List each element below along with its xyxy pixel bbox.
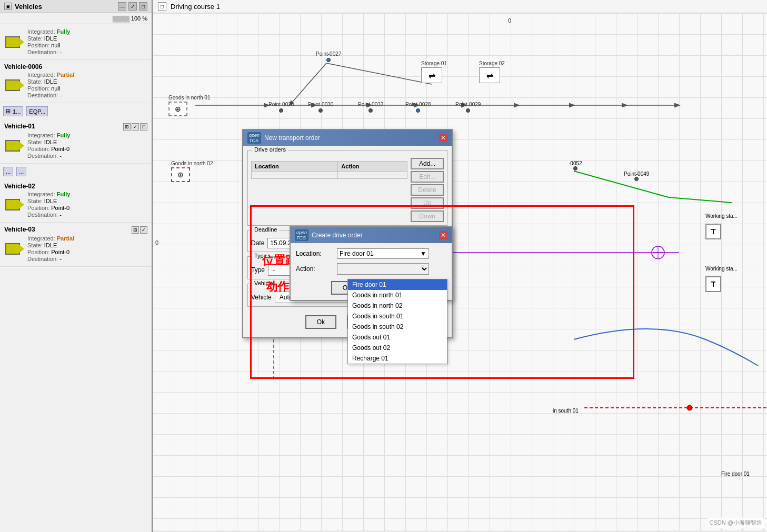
vehicle-status-row: Integrated: Fully State: IDLE Position: … [4,191,147,218]
node-point-0030: Point-0030 [308,102,333,113]
sidebar-expand-btn[interactable]: □ [139,2,147,11]
vehicle-icon [4,35,25,49]
canvas-area: □ Driving course 1 [153,0,767,532]
create-drive-action-row: Action: [296,263,446,275]
up-btn[interactable]: Up [411,197,444,209]
node-in-south-01: in south 01 [553,408,579,414]
vehicle-header-controls: ⊞ ✓ [132,226,147,234]
type-label: Type [251,266,265,274]
location-label: Location: [296,250,333,257]
sidebar-item-dots2[interactable]: ... [16,167,26,176]
location-selected-value: Fire door 01 [340,250,374,257]
drive-orders-container: Location Action [251,158,444,222]
vehicle-item: Vehicle-01 ⊞ ✓ □ Integr [0,119,152,164]
svg-line-15 [669,197,732,203]
dropdown-item-goods-south-01[interactable]: Goods in south 01 [348,311,447,322]
type-title: Type [252,253,269,259]
location-dropdown-trigger[interactable]: Fire door 01 ▼ [337,248,429,259]
dropdown-item-goods-north-01[interactable]: Goods in north 01 [348,290,447,300]
transport-ok-btn[interactable]: Ok [305,315,336,329]
edit-btn[interactable]: Edit... [411,171,444,183]
sidebar-item-1[interactable]: ⊞ 1... [3,106,23,116]
dropdown-item-fire-door-01[interactable]: Fire door 01 [348,279,447,290]
vehicle-item: Vehicle-0006 Integrated: Partial State: … [0,60,152,103]
vehicle-list: Integrated: Fully State: IDLE Position: … [0,24,152,532]
vehicle-header-controls: ⊞ ✓ □ [123,123,147,131]
vehicle-item: Integrated: Fully State: IDLE Position: … [0,24,152,60]
sidebar-extra-label: EQP... [29,108,45,115]
dropdown-item-goods-out-01[interactable]: Goods out 01 [348,332,447,343]
sidebar: ▣ Vehicles — ✓ □ ▓▓▓▓ 100 % [0,0,153,532]
node-point-0029: Point-0029 [455,102,481,113]
svg-point-17 [652,246,664,259]
add-btn[interactable]: Add... [411,158,444,169]
col-action: Action [338,162,407,172]
vehicle-status-row: Integrated: Fully State: IDLE Position: … [4,132,147,159]
node-point-0052: -0052 [569,160,582,170]
working-station-label-1: Working sta... [705,213,738,219]
vehicle-details: Integrated: Fully State: IDLE Position: … [27,132,70,159]
action-select[interactable] [337,263,429,275]
drive-orders-table: Location Action [251,161,407,179]
down-btn[interactable]: Down [411,210,444,222]
svg-line-14 [574,171,669,197]
vehicle-icon [4,78,25,93]
dropdown-item-goods-south-02[interactable]: Goods in south 02 [348,322,447,332]
sidebar-settings-btn[interactable]: ✓ [128,2,137,11]
vehicle-section-title: Vehicle [252,280,275,286]
transport-dialog-close-btn[interactable]: ✕ [439,134,447,142]
vehicle-status-row: Integrated: Partial State: IDLE Position… [4,235,147,262]
node-point-0049: Point-0049 [624,171,649,181]
sidebar-item-eqp[interactable]: EQP... [26,106,48,116]
sidebar-icon: ▣ [4,3,12,10]
create-drive-dialog-titlebar: openTCS Create drive order ✕ [291,227,452,243]
working-station-icon-2: T [705,276,721,292]
vehicle-icon-badge: ⊞ [123,123,131,131]
transport-dialog-title-left: openTCS New transport order [247,132,320,144]
vehicle-icon [4,138,25,153]
date-label: Date [251,239,264,247]
sidebar-minimize-btn[interactable]: — [118,2,126,11]
working-station-icon-1: T [705,224,721,239]
col-location: Location [252,162,338,172]
node-point-0027: Point-0027 [316,51,341,62]
sidebar-extra-icon: ⊞ [6,108,11,115]
node-fire-door-01-bottom: Fire door 01 [721,471,750,477]
vehicle-item: Vehicle-03 ⊞ ✓ Integrated: Partial [0,223,152,267]
create-drive-close-btn[interactable]: ✕ [439,231,447,239]
node-point-0026: Point-0026 [268,102,294,113]
deadline-title: Deadline [252,226,279,233]
transport-dialog-title: New transport order [264,134,320,142]
sidebar-extras: ⊞ 1... EQP... [0,103,152,119]
drive-orders-buttons: Add... Edit... Delete Up Down [411,158,444,222]
svg-line-0 [290,63,326,105]
sidebar-item-dots[interactable]: ... [3,167,13,176]
dropdown-item-goods-north-02[interactable]: Goods in north 02 [348,300,447,311]
drive-orders-list: Location Action [251,158,407,222]
node-storage-01: Storage 01 ⇌ [421,61,447,83]
sidebar-controls: — ✓ □ [118,2,147,11]
vehicle-details: Integrated: Partial State: IDLE Position… [27,235,74,262]
canvas-titlebar: □ Driving course 1 [153,0,767,13]
action-label: Action: [296,265,333,273]
vehicle-icon-check: ✓ [132,123,139,131]
vehicle-details: Integrated: Fully State: IDLE Position: … [27,191,70,218]
canvas-title: Driving course 1 [171,3,220,11]
location-dropdown[interactable]: Fire door 01 Goods in north 01 Goods in … [347,279,447,364]
sidebar-header: ▣ Vehicles — ✓ □ [0,0,152,13]
vehicle-label: Vehicle [251,294,272,301]
create-tcs-logo: openTCS [295,229,308,241]
node-point-0032: Point-0032 [358,102,383,113]
drive-orders-section: Drive orders Location Action [247,150,447,226]
working-station-label-2: Working sta... [705,266,738,272]
coord-label-0: 0 [508,17,511,24]
node-storage-02: Storage 02 ⇌ [479,61,505,83]
vehicle-status-row: Integrated: Fully State: IDLE Position: … [4,28,147,55]
coord-label-left: 0 [155,239,158,246]
dropdown-item-goods-out-02[interactable]: Goods out 02 [348,343,447,353]
create-drive-title: Create drive order [312,232,363,239]
node-goods-north-02: Goods in north 02 ⊕ [171,160,213,182]
dropdown-item-recharge-01[interactable]: Recharge 01 [348,353,447,364]
vehicle-details: Integrated: Fully State: IDLE Position: … [27,28,70,55]
delete-btn[interactable]: Delete [411,184,444,196]
